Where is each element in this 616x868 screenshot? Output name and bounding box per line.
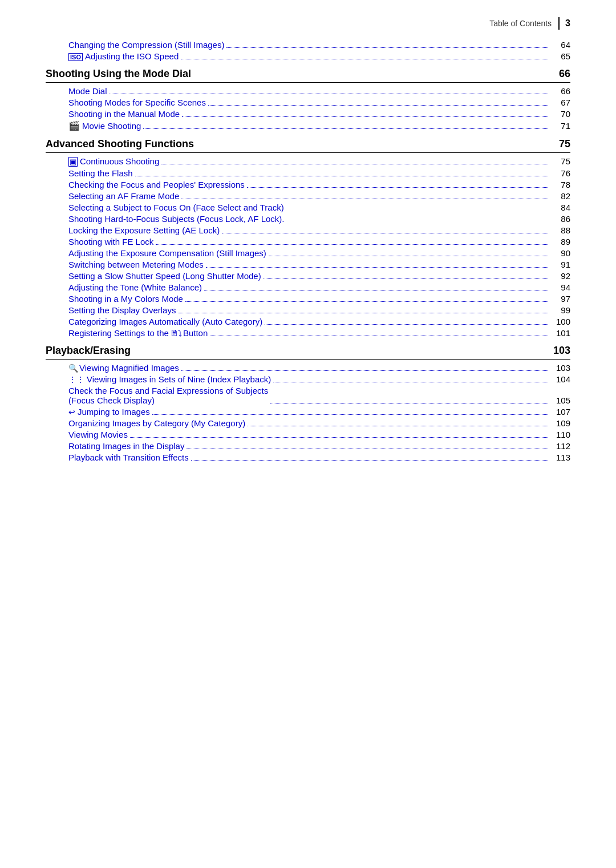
list-item: Selecting a Subject to Focus On (Face Se… xyxy=(46,203,570,212)
dots xyxy=(130,437,548,438)
page-number: 91 xyxy=(550,260,570,269)
page-number: 88 xyxy=(550,225,570,235)
page-number: 94 xyxy=(550,282,570,292)
page-number: 92 xyxy=(550,271,570,281)
jump-icon: ↩ xyxy=(68,407,75,417)
magnify-icon: 🔍 xyxy=(68,364,78,373)
entry-title: Shooting with FE Lock xyxy=(68,237,153,247)
dots xyxy=(181,59,548,59)
dots xyxy=(185,301,548,302)
dots xyxy=(273,382,548,382)
entry-title-line2: (Focus Check Display) xyxy=(68,395,268,405)
entry-title: Rotating Images in the Display xyxy=(68,441,184,451)
section-page: 75 xyxy=(559,138,570,150)
entry-title: Switching between Metering Modes xyxy=(68,260,204,269)
list-item: Switching between Metering Modes 91 xyxy=(46,260,570,269)
iso-icon: ISO xyxy=(68,53,83,61)
page-number: 100 xyxy=(550,317,570,326)
page-number: 90 xyxy=(550,248,570,258)
section2-entries: ▣ Continuous Shooting 75 Setting the Fla… xyxy=(46,156,570,338)
dots xyxy=(269,256,548,256)
entry-title: Checking the Focus and Peoples' Expressi… xyxy=(68,180,245,189)
page-number: 70 xyxy=(550,109,570,119)
list-item: Viewing Movies 110 xyxy=(46,430,570,439)
entry-title: Adjusting the ISO Speed xyxy=(85,51,179,61)
list-item: Adjusting the Exposure Compensation (Sti… xyxy=(46,248,570,258)
list-item: Shooting Modes for Specific Scenes 67 xyxy=(46,98,570,107)
entry-title: Adjusting the Exposure Compensation (Sti… xyxy=(68,248,266,258)
list-item: Registering Settings to the 🖹⤵ Button 10… xyxy=(46,328,570,338)
list-item: Changing the Compression (Still Images) … xyxy=(46,40,570,50)
dots xyxy=(208,105,548,106)
list-item: Checking the Focus and Peoples' Expressi… xyxy=(46,180,570,189)
entry-title: Adjusting the Tone (White Balance) xyxy=(68,282,202,292)
entry-title: Changing the Compression (Still Images) xyxy=(68,40,224,50)
list-item: 🔍 Viewing Magnified Images 103 xyxy=(46,363,570,373)
entry-title: Viewing Movies xyxy=(68,430,128,439)
page-number: 75 xyxy=(550,156,570,166)
movie-icon: 🎬 xyxy=(68,120,80,131)
page-number: 105 xyxy=(550,395,570,405)
list-item: Shooting in a My Colors Mode 97 xyxy=(46,294,570,304)
list-item: Playback with Transition Effects 113 xyxy=(46,453,570,462)
list-item: ⋮⋮ Viewing Images in Sets of Nine (Index… xyxy=(46,374,570,384)
section-page: 66 xyxy=(559,68,570,80)
page-number: 104 xyxy=(550,374,570,384)
list-item: ▣ Continuous Shooting 75 xyxy=(46,156,570,167)
dots xyxy=(226,47,548,48)
dots xyxy=(265,324,548,325)
entry-title: Movie Shooting xyxy=(82,121,141,131)
entry-title: Playback with Transition Effects xyxy=(68,453,189,462)
register-icon: 🖹⤵ xyxy=(170,329,182,338)
dots xyxy=(143,128,548,129)
page-number: 89 xyxy=(550,237,570,247)
dots xyxy=(247,187,548,188)
dots xyxy=(135,176,548,176)
entry-title: Selecting an AF Frame Mode xyxy=(68,191,179,201)
list-item: Check the Focus and Facial Expressions o… xyxy=(46,386,570,405)
page-number: 97 xyxy=(550,294,570,304)
dots xyxy=(178,313,548,313)
list-item: Mode Dial 66 xyxy=(46,86,570,96)
header-page-number: 3 xyxy=(565,18,570,29)
page-number: 65 xyxy=(550,51,570,61)
section-page: 103 xyxy=(553,345,570,357)
list-item: ↩ Jumping to Images 107 xyxy=(46,407,570,417)
dots xyxy=(248,426,548,426)
page-header: Table of Contents 3 xyxy=(46,17,570,30)
list-item: Setting the Flash 76 xyxy=(46,168,570,178)
entry-title: Shooting in the Manual Mode xyxy=(68,109,180,119)
entry-title: Jumping to Images xyxy=(78,407,150,417)
section3-entries: 🔍 Viewing Magnified Images 103 ⋮⋮ Viewin… xyxy=(46,363,570,462)
list-item: Shooting in the Manual Mode 70 xyxy=(46,109,570,119)
dots xyxy=(181,199,548,199)
page-number: 64 xyxy=(550,40,570,50)
entry-title: Viewing Magnified Images xyxy=(79,363,179,373)
entry-title: Setting a Slow Shutter Speed (Long Shutt… xyxy=(68,271,261,281)
section-header-playback: Playback/Erasing 103 xyxy=(46,345,570,360)
page-number: 113 xyxy=(550,453,570,462)
page-number: 82 xyxy=(550,191,570,201)
entry-title: Setting the Display Overlays xyxy=(68,305,176,315)
list-item: 🎬 Movie Shooting 71 xyxy=(46,120,570,131)
list-item: Locking the Exposure Setting (AE Lock) 8… xyxy=(46,225,570,235)
section-title: Advanced Shooting Functions xyxy=(46,138,194,150)
dots xyxy=(222,233,548,233)
dots xyxy=(181,370,548,371)
page-number: 78 xyxy=(550,180,570,189)
page-number: 76 xyxy=(550,168,570,178)
entry-title: Organizing Images by Category (My Catego… xyxy=(68,418,245,428)
dots xyxy=(264,278,548,279)
header-divider xyxy=(558,17,560,30)
entry-title: Categorizing Images Automatically (Auto … xyxy=(68,317,262,326)
entry-title: Viewing Images in Sets of Nine (Index Pl… xyxy=(87,374,271,384)
dots xyxy=(270,403,548,403)
page-number: 112 xyxy=(550,441,570,451)
entry-title: Shooting Modes for Specific Scenes xyxy=(68,98,206,107)
dots xyxy=(204,290,548,290)
page-number: 67 xyxy=(550,98,570,107)
list-item: Selecting an AF Frame Mode 82 xyxy=(46,191,570,201)
entry-title: Shooting Hard-to-Focus Subjects (Focus L… xyxy=(68,214,285,224)
dots xyxy=(110,94,548,94)
dots xyxy=(182,116,548,117)
